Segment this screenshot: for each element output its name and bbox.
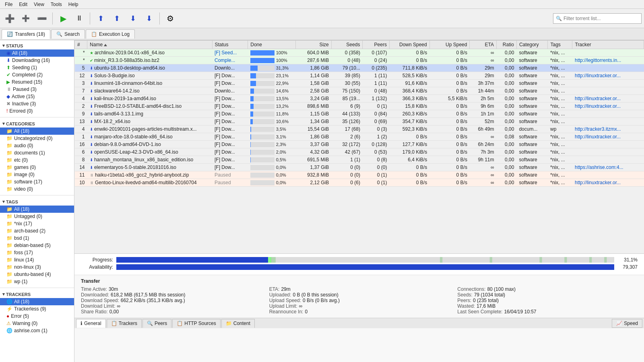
col-name[interactable]: Name: [87, 41, 212, 49]
bottom-tab-peers[interactable]: 🔍 Peers: [142, 319, 171, 328]
sidebar-item-all-status[interactable]: ◉ All (18): [0, 49, 74, 57]
bottom-tab-http[interactable]: 📋 HTTP Sources: [172, 319, 220, 328]
table-row[interactable]: 9 ⬇ tails-amd64-3.13.1.img [F] Dow... 11…: [75, 110, 644, 118]
table-row[interactable]: 11 ⏸ haiku-r1beta1-x86_gcc2_hybrid-anybo…: [75, 171, 644, 179]
col-size[interactable]: Size: [296, 41, 332, 49]
sidebar-item-nix[interactable]: 📁 *nix (17): [0, 220, 74, 227]
remove-button[interactable]: ➖: [35, 11, 49, 26]
table-row[interactable]: 3 ⬇ linuxmint-18-cinnamon-64bit.iso [F] …: [75, 80, 644, 87]
table-row[interactable]: 13 ⬇ MX-18.2_x64.iso [F] Dow... 10,6% 1,…: [75, 118, 644, 125]
sidebar-scroll[interactable]: ▾ STATUS ◉ All (18) ⬇ Downloading (16) ⬆…: [0, 40, 74, 362]
filter-input[interactable]: [564, 16, 639, 21]
nix-icon: 📁: [6, 221, 12, 226]
add-torrent-button[interactable]: ➕: [2, 11, 17, 26]
sidebar-item-arch-based[interactable]: 📁 arch-based (2): [0, 227, 74, 234]
sidebar-item-completed[interactable]: ✔ Completed (2): [0, 71, 74, 78]
bottom-tab-trackers[interactable]: 📋 Trackers: [107, 319, 142, 328]
sidebar-item-trackerless[interactable]: ⚡ Trackerless (9): [0, 305, 74, 313]
menu-tools[interactable]: Tools: [47, 1, 65, 8]
start-button[interactable]: ▶: [56, 11, 70, 26]
bottom-tab-content[interactable]: 📁 Content: [221, 319, 255, 328]
col-tracker[interactable]: Tracker: [572, 41, 644, 49]
move-up2-button[interactable]: ⬆: [109, 11, 124, 26]
table-row[interactable]: 12 ⬇ Solus-3-Budgie.iso [F] Dow... 23,1%…: [75, 72, 644, 80]
sidebar-item-seeding[interactable]: ⬆ Seeding (1): [0, 64, 74, 71]
sidebar-item-debian-based[interactable]: 📁 debian-based (5): [0, 242, 74, 249]
sidebar-item-resumed[interactable]: ▶ Resumed (15): [0, 78, 74, 86]
sidebar-item-errored[interactable]: ! Errored (0): [0, 107, 74, 115]
sidebar-item-foss[interactable]: 📁 foss (17): [0, 249, 74, 256]
table-row[interactable]: * ★ archlinux-2019.04.01-x86_64.iso [F] …: [75, 49, 644, 57]
sidebar-item-active[interactable]: ◆ Active (15): [0, 93, 74, 100]
table-row[interactable]: 2 ⬇ FreeBSD-12.0-STABLE-amd64-disc1.iso …: [75, 103, 644, 110]
table-row[interactable]: 8 ⬇ hannah_montana_linux_x86_basic_editi…: [75, 156, 644, 164]
add-url-button[interactable]: ➕: [19, 11, 33, 26]
sidebar-item-software[interactable]: 📁 software (17): [0, 178, 74, 185]
tab-transfers[interactable]: 🔄 Transfers (18): [2, 29, 50, 39]
torrent-table-wrap[interactable]: # Name Status Done Size Seeds Peers Down…: [74, 40, 644, 253]
col-num[interactable]: #: [75, 41, 87, 49]
col-ratio[interactable]: Ratio: [496, 41, 516, 49]
col-done[interactable]: Done: [248, 41, 296, 49]
tab-search[interactable]: 🔍 Search: [51, 29, 85, 39]
col-down[interactable]: Down Speed: [389, 41, 429, 49]
sidebar-item-all-cat[interactable]: 📁 All (18): [0, 128, 74, 135]
table-row[interactable]: 14 ⬇ elementaryos-5.0-stable.20181016.is…: [75, 164, 644, 171]
col-up[interactable]: Up Speed: [429, 41, 470, 49]
sidebar-item-image[interactable]: 📁 image (0): [0, 171, 74, 178]
sidebar-item-documents[interactable]: 📁 documents (1): [0, 149, 74, 156]
trackers-header[interactable]: ▾ TRACKERS: [0, 290, 74, 298]
sidebar-item-inactive[interactable]: ✖ Inactive (3): [0, 100, 74, 107]
col-eta[interactable]: ETA: [470, 41, 497, 49]
sidebar-item-etc[interactable]: 📁 etc (0): [0, 156, 74, 164]
bottom-tab-speed[interactable]: 📈 Speed: [612, 319, 642, 328]
menu-help[interactable]: Help: [65, 1, 82, 8]
table-row[interactable]: 4 ⬇ kali-linux-2019-1a-amd64.iso [F] Dow…: [75, 95, 644, 103]
sidebar-item-downloading[interactable]: ⬇ Downloading (16): [0, 57, 74, 64]
sidebar-item-games[interactable]: 📁 games (0): [0, 164, 74, 171]
table-row[interactable]: 7 ⬇ slackware64-14.2.iso Downlo... 14,6%…: [75, 87, 644, 95]
table-row[interactable]: 6 ⬇ openSUSE-Leap-42.3-DVD-x86_64.iso [F…: [75, 148, 644, 156]
table-row[interactable]: 1 ⬇ manjaro-xfce-18.0-stable-x86_64.iso …: [75, 133, 644, 141]
move-up-button[interactable]: ⬆: [93, 11, 108, 26]
pause-button[interactable]: ⏸: [72, 11, 87, 26]
col-peers[interactable]: Peers: [363, 41, 390, 49]
sidebar-item-linux[interactable]: 📁 linux (14): [0, 256, 74, 263]
move-down-button[interactable]: ⬇: [126, 11, 140, 26]
sidebar-item-tracker-error[interactable]: ● Error (5): [0, 313, 74, 320]
sidebar-item-ubuntu-based[interactable]: 📁 ubuntu-based (4): [0, 271, 74, 278]
col-status[interactable]: Status: [212, 41, 248, 49]
table-row[interactable]: 16 ⬇ debian-9.8.0-amd64-DVD-1.iso [F] Do…: [75, 141, 644, 148]
move-bottom-button[interactable]: ⬇: [142, 11, 156, 26]
sidebar-item-wp[interactable]: 📁 wp (1): [0, 278, 74, 285]
cell-tags: *nix, ...: [548, 80, 572, 87]
table-row[interactable]: * ✔ minix_R3.3.0-588a35b.iso.bz2 Comple.…: [75, 57, 644, 64]
categories-header[interactable]: ▾ CATEGORIES: [0, 120, 74, 128]
sidebar-item-video[interactable]: 📁 video (0): [0, 185, 74, 193]
sidebar-item-paused[interactable]: ⏸ Paused (3): [0, 86, 74, 93]
table-row[interactable]: 5 ⬇ ubuntu-18.10-desktop-amd64.iso Downl…: [75, 64, 644, 72]
sidebar-item-non-linux[interactable]: 📁 non-linux (3): [0, 263, 74, 271]
status-header[interactable]: ▾ STATUS: [0, 42, 74, 49]
sidebar-item-tracker-warning[interactable]: ⚠ Warning (0): [0, 320, 74, 327]
col-category[interactable]: Category: [516, 41, 548, 49]
sidebar-item-uncategorized[interactable]: 📁 Uncategorized (0): [0, 135, 74, 142]
sidebar-item-bsd[interactable]: 📁 bsd (1): [0, 234, 74, 242]
sidebar-item-all-trackers[interactable]: 🌐 All (18): [0, 298, 74, 305]
settings-button[interactable]: ⚙: [163, 11, 178, 26]
menu-file[interactable]: File: [2, 1, 16, 8]
sidebar-item-ashrise[interactable]: 🌐 ashrise.com (1): [0, 327, 74, 334]
bottom-tab-general[interactable]: ℹ General: [76, 319, 106, 328]
sidebar-item-audio[interactable]: 📁 audio (0): [0, 142, 74, 149]
sidebar-item-untagged[interactable]: 📁 Untagged (0): [0, 213, 74, 220]
col-seeds[interactable]: Seeds: [331, 41, 363, 49]
share-ratio-key: Share Ratio:: [81, 309, 108, 315]
menu-edit[interactable]: Edit: [16, 1, 31, 8]
sidebar-item-all-tags[interactable]: 📁 All (18): [0, 206, 74, 213]
tags-header[interactable]: ▾ TAGS: [0, 198, 74, 206]
tab-execution-log[interactable]: 📋 Execution Log: [86, 29, 135, 39]
col-tags[interactable]: Tags: [548, 41, 572, 49]
table-row[interactable]: 10 ⏸ Gentoo-Linux-livedvd-amd64-multilib…: [75, 179, 644, 187]
table-row[interactable]: 4 ⬇ enwiki-20190101-pages-articles-multi…: [75, 125, 644, 133]
menu-view[interactable]: View: [31, 1, 47, 8]
